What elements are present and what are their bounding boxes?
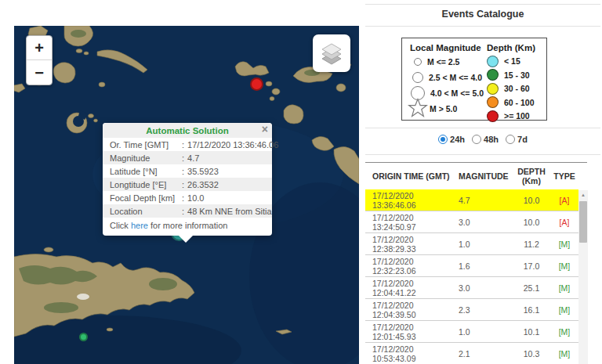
header-magnitude: MAGNITUDE [459,171,513,181]
events-panel: Events Catalogue Local Magnitude M <= 2.… [365,0,602,364]
events-table: 17/12/2020 13:36:46.06 4.7 10.0 [A] 17/1… [365,189,578,364]
header-depth: DEPTH (Km) [513,167,549,186]
table-row[interactable]: 17/12/2020 12:32:23.06 1.6 17.0 [M] [365,255,578,277]
event-popup: × Automatic Solution Or. Time [GMT] :17/… [103,123,272,236]
cell-magnitude: 3.0 [459,283,513,293]
cell-magnitude: 2.1 [459,349,513,359]
cell-magnitude: 4.7 [459,196,513,205]
depth-orange-dot-icon [487,96,499,108]
header-origin-time: ORIGIN TIME (GMT) [365,171,459,181]
cell-type: [M] [549,283,579,293]
cell-type: [A] [549,196,579,205]
cell-type: [M] [549,349,579,359]
divider [365,26,600,27]
legend-magnitude-column: Local Magnitude M <= 2.5 2.5 < M <= 4.0 … [410,43,484,118]
table-row[interactable]: 17/12/2020 13:36:46.06 4.7 10.0 [A] [365,189,578,211]
cell-origin-time: 17/12/2020 12:01:45.93 [365,323,459,341]
cell-type: [A] [549,218,579,227]
divider [365,128,600,128]
cell-magnitude: 2.3 [459,305,513,315]
legend-item-depth-3: 60 - 100 [487,97,543,108]
popup-row-longitude: Longtitude [°E] :26.3532 [103,178,272,191]
radio-48h-icon [472,135,481,144]
cell-depth: 17.0 [513,261,549,271]
legend-depth-title: Depth (Km) [487,43,543,52]
radio-7d-icon [506,135,515,144]
table-scrollbar[interactable]: ▲ [578,190,588,364]
legend-item-mag-small: M <= 2.5 [410,56,484,67]
magnitude-medium-circle-icon [412,72,423,83]
scrollbar-up-arrow-icon[interactable]: ▲ [578,190,588,200]
cell-depth: 11.2 [513,240,549,249]
depth-yellow-dot-icon [487,83,499,95]
cell-depth: 10.0 [513,218,549,227]
panel-title: Events Catalogue [365,9,600,20]
depth-green-dot-icon [487,69,499,81]
popup-close-icon[interactable]: × [262,124,268,135]
radio-24h[interactable]: 24h [438,135,465,144]
legend-magnitude-title: Local Magnitude [410,43,484,52]
cell-origin-time: 17/12/2020 12:04:41.22 [365,279,459,297]
cell-origin-time: 17/12/2020 12:04:39.50 [365,301,459,319]
legend-item-mag-star: M > 5.0 [410,103,484,114]
zoom-in-button[interactable]: + [27,36,52,60]
popup-row-focal-depth: Focal Depth [km] :10.0 [103,191,272,204]
cell-magnitude: 1.0 [459,240,513,249]
star-icon [408,98,428,120]
table-row[interactable]: 17/12/2020 12:01:45.93 1.0 10.1 [M] [365,321,578,343]
popup-row-magnitude: Magnitude :4.7 [103,151,272,164]
popup-more-info: Click here for more information [103,218,272,236]
more-info-link[interactable]: here [131,221,148,230]
cell-origin-time: 17/12/2020 13:36:46.06 [365,191,459,210]
depth-cyan-dot-icon [487,56,499,67]
popup-tail [178,235,194,243]
divider [365,154,600,155]
legend-item-depth-1: 15 - 30 [487,70,543,81]
map[interactable]: + − × Automatic Solution Or. Time [GMT] … [14,26,359,364]
cell-origin-time: 17/12/2020 12:32:23.06 [365,257,459,276]
radio-7d[interactable]: 7d [506,135,528,144]
table-row[interactable]: 17/12/2020 10:53:43.09 2.1 10.3 [M] [365,343,578,364]
legend-item-depth-4: >= 100 [487,110,543,121]
layers-icon [320,41,343,65]
cell-origin-time: 17/12/2020 13:24:50.97 [365,213,459,232]
scrollbar-thumb[interactable] [579,201,587,243]
legend-item-depth-0: < 15 [487,56,543,67]
legend-item-mag-medium: 2.5 < M <= 4.0 [410,71,484,83]
cell-type: [M] [549,261,579,271]
popup-row-origin-time: Or. Time [GMT] :17/12/2020 13:36:46.06 [103,138,272,151]
cell-depth: 10.3 [513,349,549,359]
popup-row-location: Location :48 Km NNE from Sitia [103,204,272,218]
cell-type: [M] [549,240,579,249]
legend-depth-column: Depth (Km) < 15 15 - 30 30 - 60 60 - 100 [487,43,543,124]
cell-origin-time: 17/12/2020 10:53:43.09 [365,344,459,363]
cell-magnitude: 3.0 [459,218,513,227]
magnitude-small-circle-icon [414,58,422,66]
cell-depth: 10.0 [513,196,549,205]
cell-depth: 25.1 [513,283,549,293]
time-filter-group: 24h 48h 7d [365,135,600,144]
table-row[interactable]: 17/12/2020 12:38:29.33 1.0 11.2 [M] [365,233,578,255]
legend-item-depth-2: 30 - 60 [487,83,543,94]
table-header: ORIGIN TIME (GMT) MAGNITUDE DEPTH (Km) T… [365,163,578,189]
cell-origin-time: 17/12/2020 12:38:29.33 [365,235,459,254]
layers-control[interactable] [313,34,350,72]
popup-row-latitude: Latitude [°N] :35.5923 [103,164,272,178]
seismic-monitor-app: + − × Automatic Solution Or. Time [GMT] … [0,0,602,364]
cell-magnitude: 1.0 [459,327,513,337]
table-row[interactable]: 17/12/2020 12:04:39.50 2.3 16.1 [M] [365,299,578,321]
zoom-out-button[interactable]: − [27,60,52,85]
popup-title: Automatic Solution [103,123,272,138]
cell-type: [M] [549,327,579,337]
event-marker-green[interactable] [79,333,88,341]
legend-box: Local Magnitude M <= 2.5 2.5 < M <= 4.0 … [401,38,547,121]
cell-magnitude: 1.6 [459,261,513,271]
radio-48h[interactable]: 48h [472,135,499,144]
cell-depth: 16.1 [513,305,549,315]
table-row[interactable]: 17/12/2020 13:24:50.97 3.0 10.0 [A] [365,211,578,233]
table-row[interactable]: 17/12/2020 12:04:41.22 3.0 25.1 [M] [365,277,578,299]
divider [365,4,600,5]
event-marker-red[interactable] [250,77,263,91]
map-zoom-control: + − [26,35,53,85]
header-type: TYPE [549,171,579,181]
